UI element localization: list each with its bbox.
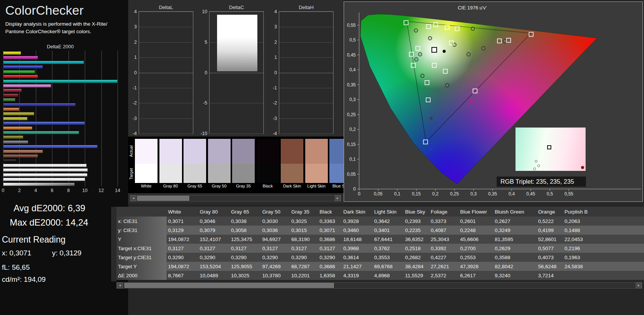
row-label: Y xyxy=(116,235,167,244)
cie-measured-circle xyxy=(428,37,432,40)
deltaH-gridline xyxy=(279,103,333,103)
scroll-right-button[interactable]: ► xyxy=(335,195,341,201)
swatch: Light Skin xyxy=(305,139,328,188)
deltaH-y-tick-label: -3 xyxy=(273,116,277,121)
deltae-bar xyxy=(3,154,38,158)
swatch-target-color xyxy=(135,164,158,183)
table-cell: 0,3588 xyxy=(493,253,537,262)
deltae-bar xyxy=(3,89,22,92)
deltaL-gridline xyxy=(139,134,193,134)
deltae-bar xyxy=(3,61,84,64)
inset-measured-circle xyxy=(537,164,540,167)
table-row: y: CIE310,31290,30790,30580,30360,30150,… xyxy=(116,226,644,235)
table-row: Y194,0872152,4107125,347594,692768,31900… xyxy=(116,235,644,244)
table-cell: 0,1488 xyxy=(563,226,644,235)
table-cell: 0,2248 xyxy=(459,226,493,235)
table-cell: 0,2393 xyxy=(404,217,429,226)
deltae-bar xyxy=(3,164,87,167)
cie-diagram-title: CIE 1976 u'v' xyxy=(344,5,600,11)
deltaH-gridline xyxy=(279,118,333,119)
table-scrollbar-track[interactable] xyxy=(123,283,636,288)
cie-chromaticity-diagram: 00,050,10,150,20,250,30,350,40,450,50,55… xyxy=(344,2,642,201)
swatch-label: Gray 65 xyxy=(184,184,206,188)
deltaL-y-tick-label: 4 xyxy=(134,9,137,14)
table-cell: 9,3240 xyxy=(493,271,537,280)
cie-measured-circle xyxy=(421,74,424,77)
deltaC-y-tick-label: -5 xyxy=(203,100,207,106)
table-cell: 0,3079 xyxy=(198,226,229,235)
table-cell: 0,1963 xyxy=(563,253,644,262)
table-cell: 94,6927 xyxy=(261,235,290,244)
cie-x-tick-label: 0,5 xyxy=(547,191,553,197)
cie-target-square xyxy=(409,52,413,56)
swatch-actual-color xyxy=(208,139,231,164)
table-scroll-left-button[interactable]: ◄ xyxy=(117,283,123,288)
table-cell: 27,2621 xyxy=(429,262,459,271)
table-cell: 10,0489 xyxy=(198,271,229,280)
page-title: ColorChecker xyxy=(0,0,128,18)
deltaC-y-tick-label: 0 xyxy=(205,70,207,75)
table-scrollbar[interactable]: ◄ ► xyxy=(116,282,642,289)
table-cell: 0,2196 xyxy=(563,244,644,253)
table-cell: 0,3686 xyxy=(318,235,342,244)
deltaH-y-tick-label: -1 xyxy=(273,85,277,91)
table-cell: 153,5204 xyxy=(198,262,229,271)
cie-y-tick-label: 0,35 xyxy=(347,82,356,88)
table-cell: 0,3392 xyxy=(429,244,459,253)
cie-diagram-panel: CIE 1976 u'v' 00,050,10,150,20,250,30,35… xyxy=(344,2,643,202)
table-cell: 0,2553 xyxy=(459,253,493,262)
table-cell: 0,3249 xyxy=(493,226,537,235)
swatch-actual-color xyxy=(305,139,328,164)
table-cell: 0,3046 xyxy=(198,217,229,226)
deltae-bar xyxy=(3,126,32,130)
cie-measured-circle xyxy=(418,52,422,56)
cie-x-tick-label: 0,35 xyxy=(488,191,497,197)
table-scroll-right-button[interactable]: ► xyxy=(636,283,642,288)
cie-target-square xyxy=(427,25,431,29)
table-scrollbar-thumb[interactable] xyxy=(124,283,334,288)
row-label: Target y:CIE31 xyxy=(116,253,167,262)
deltaC-y-tick-label: 10 xyxy=(202,9,207,14)
cie-x-tick-label: 0,05 xyxy=(374,191,383,197)
table-cell: 0,3038 xyxy=(229,217,261,226)
table-cell: 0,3928 xyxy=(342,217,373,226)
cie-gamut-triangle xyxy=(407,22,531,142)
column-header: Foliage xyxy=(429,207,459,217)
luminance-fl-value: fL: 56,65 xyxy=(2,263,30,272)
table-cell: 0,3290 xyxy=(290,253,318,262)
deltal-chart: DeltaL 43210-1-2-3-4 xyxy=(139,11,193,134)
swatch: White xyxy=(135,139,158,188)
deltaL-gridline xyxy=(139,12,193,12)
color-swatch-strip: Actual Target WhiteGray 80Gray 65Gray 50… xyxy=(128,137,344,193)
swatch-scrollbar[interactable]: ◄ ► xyxy=(130,195,341,201)
deltae-bar xyxy=(3,145,98,148)
deltae-x-tick-label: 0 xyxy=(2,188,5,193)
swatch-target-color xyxy=(281,164,303,183)
table-cell: 67,6441 xyxy=(373,235,404,244)
scroll-left-button[interactable]: ◄ xyxy=(130,195,136,201)
swatch-scrollbar-track[interactable] xyxy=(136,195,335,201)
table-cell: 0,3460 xyxy=(342,226,373,235)
table-cell: 0,4227 xyxy=(429,253,459,262)
deltae-bar xyxy=(3,168,88,172)
deltae-bar xyxy=(3,75,38,78)
cie-target-square xyxy=(424,140,428,144)
table-cell: 0,4087 xyxy=(429,226,459,235)
row-label: Target Y xyxy=(116,262,167,271)
deltal-plot-area: 43210-1-2-3-4 xyxy=(139,11,193,134)
swatch-target-color xyxy=(208,164,231,183)
deltaL-gridline xyxy=(139,103,193,103)
swatch-scrollbar-thumb[interactable] xyxy=(137,196,189,201)
cie-y-tick-label: 0,25 xyxy=(347,112,356,117)
table-cell: 0,3127 xyxy=(290,244,318,253)
cie-measured-circle xyxy=(503,40,506,43)
cie-target-square xyxy=(497,39,502,43)
deltae-bar xyxy=(3,103,76,106)
swatch-label: Gray 50 xyxy=(208,184,231,188)
column-header: White xyxy=(167,207,198,217)
cie-x-tick-label: 0,3 xyxy=(470,191,477,197)
swatch-target-color xyxy=(232,164,255,183)
table-cell: 2,5372 xyxy=(429,271,459,280)
table-row: Target Y194,0872153,5204125,905597,42696… xyxy=(116,262,644,271)
cie-y-tick-label: 0 xyxy=(353,186,356,192)
